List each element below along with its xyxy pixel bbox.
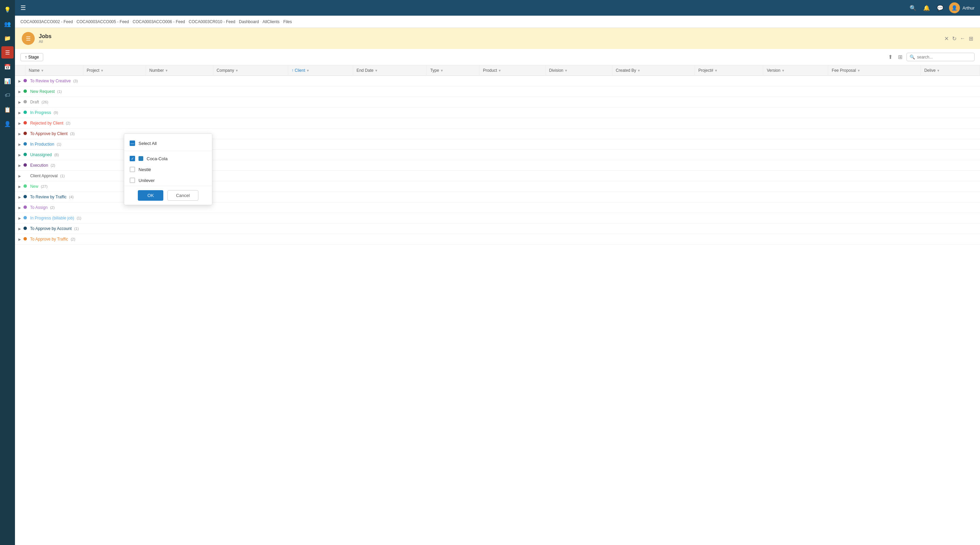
table-row: ▶ In Progress (9)	[15, 108, 980, 118]
col-createdby[interactable]: Created By ▼	[612, 65, 695, 76]
col-number[interactable]: Number ▼	[146, 65, 213, 76]
sidebar-icon-bulb[interactable]: 💡	[2, 3, 14, 16]
expand-button[interactable]: ▶	[18, 132, 21, 136]
sidebar-icon-person[interactable]: 👤	[2, 118, 14, 130]
stage-dot	[24, 237, 27, 240]
stage-filter-button[interactable]: ↑ Stage	[21, 53, 43, 61]
search-icon: 🔍	[910, 54, 915, 60]
stage-dot	[24, 121, 27, 124]
count-badge: (2)	[71, 237, 75, 241]
sidebar-icon-list[interactable]: ☰	[2, 46, 14, 59]
expand-button[interactable]: ▶	[18, 121, 21, 125]
expand-button[interactable]: ▶	[18, 90, 21, 94]
col-name[interactable]: Name ▼	[25, 65, 83, 76]
stage-label: In Production	[30, 142, 54, 147]
col-type[interactable]: Type ▼	[427, 65, 479, 76]
option-nestle[interactable]: Nestlé	[124, 164, 212, 175]
count-badge: (1)	[60, 174, 65, 178]
stage-label: To Assign	[30, 205, 47, 210]
sidebar-icon-chart[interactable]: 📊	[2, 75, 14, 87]
col-delive[interactable]: Delive ▼	[921, 65, 980, 76]
count-badge: (1)	[57, 142, 61, 146]
unilever-checkbox[interactable]	[130, 178, 135, 183]
stage-dot	[24, 79, 27, 82]
page-header: ☰ Jobs All ✕ ↻ ← ⊞	[15, 28, 980, 49]
expand-button[interactable]: ▶	[18, 174, 21, 178]
expand-button[interactable]: ▶	[18, 143, 21, 146]
col-product[interactable]: Product ▼	[479, 65, 546, 76]
ok-button[interactable]: OK	[138, 190, 163, 201]
expand-button[interactable]: ▶	[18, 227, 21, 230]
stage-dot	[24, 195, 27, 198]
stage-dot	[24, 184, 27, 188]
sidebar-icon-folder[interactable]: 📁	[2, 32, 14, 44]
expand-icon[interactable]: ⊞	[969, 35, 973, 42]
sidebar-icon-copy[interactable]: 📋	[2, 103, 14, 116]
expand-button[interactable]: ▶	[18, 100, 21, 104]
stage-label: New Request	[30, 89, 55, 94]
stage-label: Draft	[30, 100, 39, 105]
sidebar-icon-users[interactable]: 👥	[2, 18, 14, 30]
stage-label: Stage	[28, 55, 39, 60]
avatar: 👤	[949, 2, 960, 13]
notification-icon[interactable]: 🔔	[922, 3, 931, 13]
menu-icon[interactable]: ☰	[21, 4, 26, 11]
breadcrumb-item[interactable]: AllClients	[263, 19, 280, 24]
stage-label: Execution	[30, 163, 48, 168]
count-badge: (8)	[54, 153, 59, 157]
expand-button[interactable]: ▶	[18, 206, 21, 210]
stage-dot	[24, 163, 27, 167]
nestle-checkbox[interactable]	[130, 167, 135, 172]
expand-button[interactable]: ▶	[18, 79, 21, 83]
expand-button[interactable]: ▶	[18, 164, 21, 167]
user-profile[interactable]: 👤 Arthur	[949, 2, 975, 13]
expand-button[interactable]: ▶	[18, 237, 21, 241]
search-input[interactable]	[917, 55, 972, 60]
breadcrumb-item[interactable]: Dashboard	[239, 19, 259, 24]
table-row: ▶ To Approve by Account (1)	[15, 224, 980, 234]
cocacola-checkbox[interactable]: ✓	[130, 156, 135, 161]
select-all-checkbox[interactable]: —	[130, 140, 135, 146]
col-enddate[interactable]: End Date ▼	[353, 65, 427, 76]
close-icon[interactable]: ✕	[944, 35, 949, 42]
table-row: ▶ Rejected by Client (2)	[15, 118, 980, 129]
expand-button[interactable]: ▶	[18, 195, 21, 199]
cancel-button[interactable]: Cancel	[167, 190, 198, 201]
option-cocacola[interactable]: ✓ Coca-Cola	[124, 153, 212, 164]
expand-button[interactable]: ▶	[18, 111, 21, 114]
refresh-icon[interactable]: ↻	[952, 35, 956, 42]
table-row: ▶ To Approve by Traffic (2)	[15, 234, 980, 245]
col-client[interactable]: ↑ Client ▼	[288, 65, 353, 76]
breadcrumb-item[interactable]: Files	[283, 19, 292, 24]
select-all-option[interactable]: — Select All	[124, 138, 212, 149]
export-icon[interactable]: ⬆	[887, 52, 894, 62]
table-row: ▶ To Review by Creative (3)	[15, 76, 980, 86]
stage-label: New	[30, 184, 38, 189]
stage-dot	[24, 174, 27, 177]
sidebar-icon-tag[interactable]: 🏷	[2, 89, 14, 102]
col-project[interactable]: Project ▼	[83, 65, 146, 76]
user-name: Arthur	[963, 5, 975, 11]
expand-button[interactable]: ▶	[18, 153, 21, 157]
col-version[interactable]: Version ▼	[763, 65, 828, 76]
stage-label: To Approve by Client	[30, 131, 67, 136]
back-icon[interactable]: ←	[960, 35, 966, 42]
col-projectnum[interactable]: Project# ▼	[695, 65, 763, 76]
grid-icon[interactable]: ⊞	[897, 52, 904, 62]
message-icon[interactable]: 💬	[935, 3, 945, 13]
breadcrumb-item[interactable]: COCA0003ACCO006 - Feed	[133, 19, 185, 24]
expand-button[interactable]: ▶	[18, 185, 21, 189]
breadcrumb-item[interactable]: COCA0003ACCO002 - Feed	[21, 19, 73, 24]
col-division[interactable]: Division ▼	[546, 65, 612, 76]
col-company[interactable]: Company ▼	[213, 65, 288, 76]
breadcrumb-item[interactable]: COCA0003CR010 - Feed	[189, 19, 235, 24]
stage-label: Client Approval	[30, 173, 58, 178]
breadcrumb-item[interactable]: COCA0003ACCO005 - Feed	[76, 19, 129, 24]
select-all-label: Select All	[138, 141, 156, 146]
search-icon[interactable]: 🔍	[908, 3, 918, 13]
option-unilever[interactable]: Unilever	[124, 175, 212, 186]
col-feeproposal[interactable]: Fee Proposal ▼	[828, 65, 921, 76]
stage-dot	[24, 89, 27, 93]
sidebar-icon-calendar[interactable]: 📅	[2, 60, 14, 73]
expand-button[interactable]: ▶	[18, 216, 21, 220]
